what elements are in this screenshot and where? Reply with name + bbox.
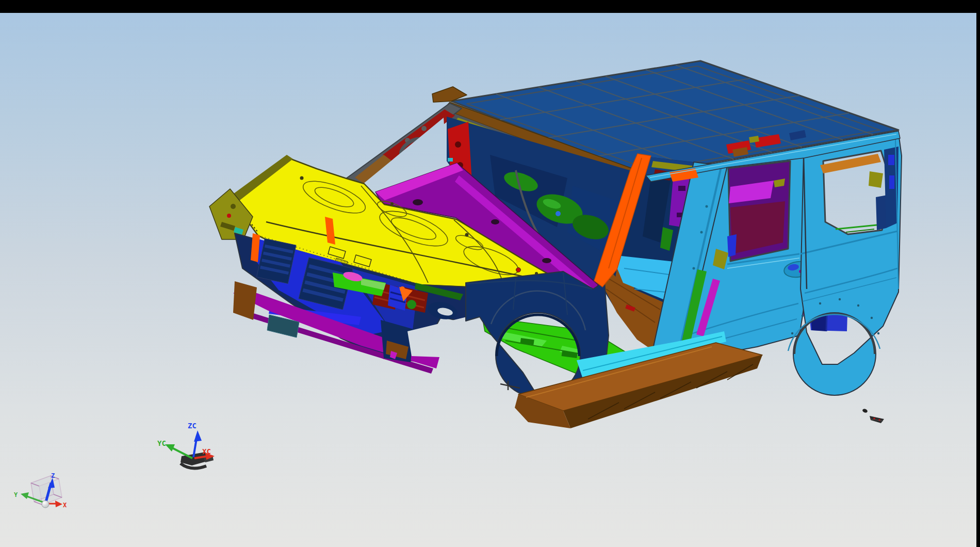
rear-quarter-panel[interactable] — [788, 133, 902, 395]
wcs-triad[interactable]: ZC YC XC — [157, 422, 215, 468]
wcs-x-label: XC — [202, 447, 211, 456]
datum-y-label: Y — [14, 491, 18, 498]
car-body-model[interactable] — [209, 61, 902, 428]
cad-viewport[interactable]: ZC YC XC Z Y X — [0, 0, 980, 547]
wcs-y-label: YC — [157, 439, 166, 447]
wcs-z-label: ZC — [188, 422, 197, 430]
debris-parts[interactable] — [862, 408, 884, 423]
datum-x-label: X — [63, 502, 67, 509]
datum-origin-sphere[interactable] — [42, 501, 49, 508]
datum-csys-triad[interactable]: Z Y X — [14, 472, 67, 509]
wcs-y-axis-handle[interactable] — [165, 444, 192, 458]
datum-z-label: Z — [51, 472, 55, 479]
